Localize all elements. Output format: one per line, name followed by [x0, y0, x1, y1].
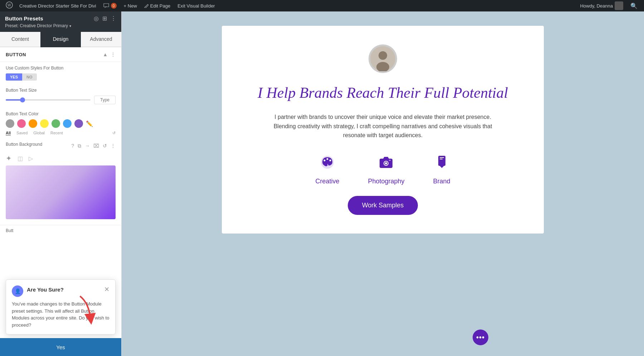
bg-clear-icon[interactable]: ⌧: [93, 143, 99, 149]
preset-label: Preset: Creative Director Primary ▾: [5, 23, 116, 28]
brand-label: Brand: [433, 178, 450, 185]
bg-color-row: ✦ ◫ ▷: [0, 153, 121, 165]
color-swatch-gray[interactable]: [6, 119, 14, 128]
toggle-no[interactable]: NO: [22, 73, 37, 81]
text-size-input[interactable]: [94, 96, 116, 104]
tab-advanced[interactable]: Advanced: [81, 32, 121, 47]
toggle-yes[interactable]: YES: [6, 73, 22, 81]
custom-styles-toggle: YES NO: [6, 73, 116, 81]
grid-icon[interactable]: ⊞: [102, 15, 107, 22]
creative-icon-item: Creative: [315, 154, 339, 185]
svg-rect-23: [440, 159, 443, 159]
comments-count: 0: [111, 3, 117, 9]
bg-label: Button Background: [6, 142, 42, 147]
creative-label: Creative: [315, 178, 339, 185]
photography-label: Photography: [368, 178, 404, 185]
dialog-body: You've made changes to the Button Module…: [12, 300, 109, 328]
bg-video-icon[interactable]: ▷: [29, 155, 33, 162]
panel-tabs: Content Design Advanced: [0, 32, 121, 47]
bg-controls: Button Background ? ⧉ → ⌧ ↺ ⋮: [0, 139, 121, 153]
svg-point-19: [385, 162, 387, 164]
panel-title: Button Presets: [5, 15, 43, 21]
text-size-label: Button Text Size: [6, 88, 116, 93]
dialog-close-button[interactable]: ✕: [104, 285, 109, 293]
color-tab-recent[interactable]: Recent: [50, 131, 63, 135]
bg-preview[interactable]: [6, 165, 116, 219]
bg-preview-area: [0, 165, 121, 225]
confirm-dialog: 👤 Are You Sure? ✕ You've made changes to…: [6, 279, 116, 335]
site-name-link[interactable]: Creative Director Starter Site For Divi: [16, 0, 100, 11]
color-tab-global[interactable]: Global: [33, 131, 45, 135]
right-content: I Help Brands Reach Their Full Potential…: [122, 11, 644, 356]
target-icon[interactable]: ◎: [94, 15, 99, 22]
admin-bar: W Creative Director Starter Site For Div…: [0, 0, 644, 11]
bg-help-icon[interactable]: ?: [71, 143, 74, 149]
text-color-field: Button Text Color ✏️ All Saved Global Re…: [0, 108, 121, 139]
dialog-avatar: 👤: [12, 285, 23, 297]
creative-icon: [319, 154, 335, 173]
text-color-label: Button Text Color: [6, 111, 116, 116]
avatar-face: [370, 46, 395, 71]
howdy-label: Howdy, Deanna: [576, 0, 627, 11]
color-swatch-yellow[interactable]: [40, 119, 49, 128]
collapse-icon[interactable]: ▲: [103, 52, 108, 57]
section-more-icon[interactable]: ⋮: [111, 52, 116, 57]
avatar: [369, 44, 397, 73]
tab-design[interactable]: Design: [40, 32, 81, 47]
yes-button[interactable]: Yes: [0, 338, 121, 356]
text-size-slider[interactable]: [6, 99, 91, 101]
brand-icon: [434, 154, 450, 173]
svg-text:W: W: [8, 3, 11, 7]
main-subtext: I partner with brands to uncover their u…: [272, 112, 494, 140]
svg-point-14: [326, 158, 328, 160]
comments-link[interactable]: 0: [100, 0, 120, 11]
svg-point-13: [323, 160, 325, 162]
svg-rect-22: [440, 157, 444, 158]
color-swatch-blue[interactable]: [63, 119, 72, 128]
left-panel: Button Presets ◎ ⊞ ⋮ Preset: Creative Di…: [0, 11, 122, 356]
chevron-down-icon[interactable]: ▾: [69, 24, 71, 28]
bg-gradient-icon[interactable]: ✦: [6, 154, 12, 163]
color-swatch-purple[interactable]: [74, 119, 83, 128]
dialog-header: Are You Sure? ✕: [27, 285, 109, 293]
work-samples-button[interactable]: Work Samples: [348, 196, 418, 215]
tab-content[interactable]: Content: [0, 32, 40, 47]
icons-row: Creative Photography: [315, 154, 450, 185]
svg-point-15: [329, 160, 331, 162]
color-tab-saved[interactable]: Saved: [16, 131, 28, 135]
color-picker-icon[interactable]: ✏️: [86, 120, 93, 127]
text-size-slider-row: [6, 96, 116, 104]
text-size-field: Button Text Size: [0, 84, 121, 108]
photography-icon-item: Photography: [368, 154, 404, 185]
svg-point-4: [379, 51, 387, 60]
color-tabs: All Saved Global Recent ↺: [6, 131, 116, 135]
bg-copy-icon[interactable]: ⧉: [78, 143, 81, 149]
more-icon[interactable]: ⋮: [111, 15, 116, 22]
color-swatches: ✏️: [6, 119, 116, 128]
bg-reset-icon[interactable]: ↺: [103, 143, 107, 149]
dialog-title: Are You Sure?: [27, 287, 64, 293]
exit-builder-link[interactable]: Exit Visual Builder: [174, 0, 219, 11]
panel-header-icons: ◎ ⊞ ⋮: [94, 15, 116, 22]
section-title: Button: [6, 52, 26, 57]
custom-styles-field: Use Custom Styles For Button YES NO: [0, 62, 121, 84]
panel-bottom-section: Butt: [0, 225, 121, 236]
main-card: I Help Brands Reach Their Full Potential…: [222, 26, 544, 234]
search-icon[interactable]: 🔍: [627, 3, 641, 9]
edit-page-link[interactable]: Edit Page: [141, 0, 174, 11]
color-tab-all[interactable]: All: [6, 131, 11, 135]
bg-control-icons: ? ⧉ → ⌧ ↺ ⋮: [71, 143, 116, 149]
floating-dots-button[interactable]: •••: [473, 329, 488, 345]
brand-icon-item: Brand: [433, 154, 450, 185]
section-icons: ▲ ⋮: [103, 52, 116, 57]
bg-image-icon[interactable]: ◫: [18, 155, 23, 162]
color-refresh-icon[interactable]: ↺: [112, 131, 116, 135]
bg-arrow-icon[interactable]: →: [85, 143, 90, 149]
new-link[interactable]: + New: [120, 0, 141, 11]
color-swatch-orange[interactable]: [29, 119, 37, 128]
bg-more-icon[interactable]: ⋮: [111, 143, 116, 149]
photography-icon: [378, 154, 394, 173]
wp-logo-icon[interactable]: W: [3, 1, 16, 10]
color-swatch-green[interactable]: [52, 119, 60, 128]
color-swatch-pink[interactable]: [17, 119, 26, 128]
